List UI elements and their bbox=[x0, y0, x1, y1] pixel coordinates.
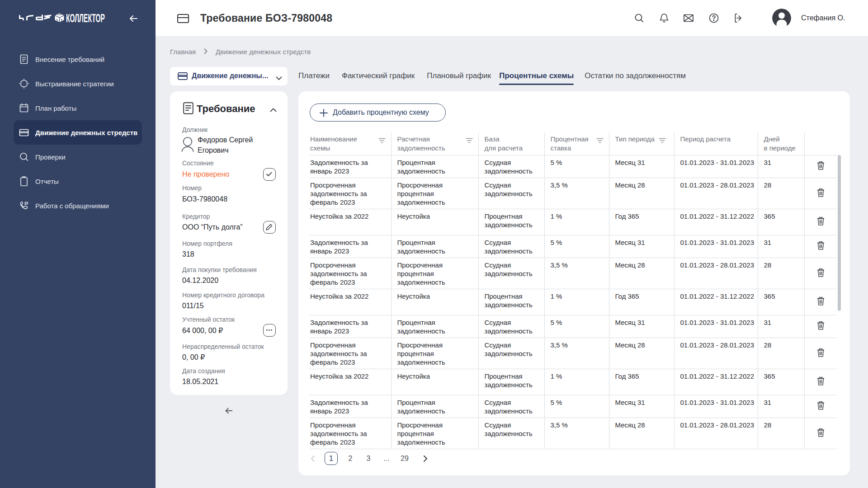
svg-text:КОЛЛЕКТОР: КОЛЛЕКТОР bbox=[66, 12, 105, 24]
